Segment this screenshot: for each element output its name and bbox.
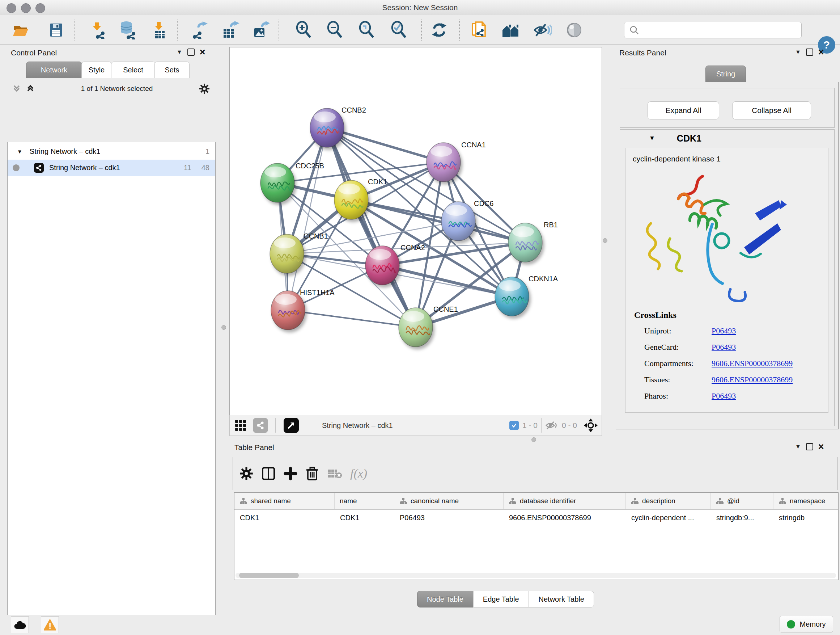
node-HIST1H1A[interactable]: HIST1H1A xyxy=(271,288,335,330)
cdk1-collapse-icon[interactable]: ▼ xyxy=(649,135,655,142)
refresh-icon[interactable] xyxy=(429,20,449,40)
tab-node-table[interactable]: Node Table xyxy=(417,591,473,608)
edge-HIST1H1A-CCNE1[interactable] xyxy=(288,310,416,327)
crosslink-link[interactable]: 9606.ENSP00000378699 xyxy=(712,359,793,368)
import-network-database-icon[interactable] xyxy=(118,20,137,40)
zoom-in-icon[interactable] xyxy=(294,20,314,40)
tab-select[interactable]: Select xyxy=(111,62,155,78)
tab-edge-table[interactable]: Edge Table xyxy=(473,591,529,608)
zoom-fit-icon[interactable] xyxy=(357,20,377,40)
copy-style-icon[interactable] xyxy=(469,20,488,40)
collection-label: String Network – cdk1 xyxy=(30,147,101,156)
cell-@id[interactable]: stringdb:9... xyxy=(711,514,774,522)
network-canvas[interactable]: CCNB2CCNA1CDC25BCDK1CDC6RB1CCNB1CCNA2CDK… xyxy=(229,47,602,416)
column-header-namespace[interactable]: namespace xyxy=(774,493,838,509)
search-input[interactable] xyxy=(624,22,802,38)
cell-name[interactable]: CDK1 xyxy=(335,514,394,522)
grid-view-icon[interactable] xyxy=(235,420,246,431)
edge-CCNB2-HIST1H1A[interactable] xyxy=(288,128,327,310)
column-header-name[interactable]: name xyxy=(335,493,394,509)
table-panel-float-icon[interactable] xyxy=(806,443,813,450)
import-network-file-icon[interactable] xyxy=(88,20,108,40)
node-RB1[interactable]: RB1 xyxy=(508,221,558,262)
results-panel-float-icon[interactable] xyxy=(806,49,813,56)
crosslink-link[interactable]: P06493 xyxy=(712,342,736,352)
memory-button[interactable]: Memory xyxy=(780,616,833,632)
node-CDK1[interactable]: CDK1 xyxy=(334,178,387,219)
table-horizontal-scrollbar[interactable] xyxy=(235,573,836,578)
create-column-plus-icon[interactable] xyxy=(284,467,297,480)
tab-string[interactable]: String xyxy=(706,65,746,82)
results-panel-close-icon[interactable]: × xyxy=(818,49,824,55)
edge-CCNB2-CCNE1[interactable] xyxy=(327,128,416,327)
crosslink-link[interactable]: 9606.ENSP00000378699 xyxy=(712,375,793,385)
node-CCNB2[interactable]: CCNB2 xyxy=(310,106,366,147)
column-header-shared-name[interactable]: shared name xyxy=(234,493,335,509)
network-view-row[interactable]: String Network – cdk1 11 48 xyxy=(8,160,215,176)
collection-expand-icon[interactable]: ▼ xyxy=(17,149,22,155)
cell-shared-name[interactable]: CDK1 xyxy=(234,514,335,522)
import-table-icon[interactable] xyxy=(150,20,169,40)
cloud-button[interactable] xyxy=(11,616,29,633)
export-image-icon[interactable] xyxy=(251,20,271,40)
cdk1-section-header[interactable]: ▼ CDK1 xyxy=(620,130,834,147)
node-table[interactable]: shared namenamecanonical namedatabase id… xyxy=(234,492,838,580)
table-panel-collapse-icon[interactable]: ▼ xyxy=(795,443,801,450)
column-header-@id[interactable]: @id xyxy=(711,493,774,509)
bottom-splitter-handle[interactable] xyxy=(531,437,536,442)
hide-selected-eye-slash-icon[interactable] xyxy=(532,20,552,40)
open-session-icon[interactable] xyxy=(11,20,30,40)
node-CCNA1[interactable]: CCNA1 xyxy=(426,141,486,182)
collapse-all-button[interactable]: Collapse All xyxy=(732,101,811,119)
zoom-out-icon[interactable] xyxy=(325,20,345,40)
column-header-canonical-name[interactable]: canonical name xyxy=(394,493,504,509)
collapse-all-networks-icon[interactable] xyxy=(12,84,21,93)
control-panel-float-icon[interactable] xyxy=(187,49,195,56)
cell-canonical-name[interactable]: P06493 xyxy=(394,514,504,522)
delete-column-trash-icon[interactable] xyxy=(305,466,319,481)
first-neighbors-icon[interactable] xyxy=(501,20,520,40)
column-header-description[interactable]: description xyxy=(626,493,711,509)
search-field[interactable] xyxy=(643,23,801,37)
show-all-eye-icon[interactable] xyxy=(564,20,584,40)
expand-all-networks-icon[interactable] xyxy=(26,84,35,93)
column-header-database-identifier[interactable]: database identifier xyxy=(504,493,626,509)
expand-all-button[interactable]: Expand All xyxy=(647,101,719,119)
table-row[interactable]: CDK1CDK1P064939606.ENSP00000378699cyclin… xyxy=(234,510,838,526)
right-splitter-handle[interactable] xyxy=(603,238,607,243)
zoom-selected-icon[interactable] xyxy=(389,20,409,40)
tab-network[interactable]: Network xyxy=(26,62,82,78)
crosslink-link[interactable]: P06493 xyxy=(712,391,736,401)
cell-database-identifier[interactable]: 9606.ENSP00000378699 xyxy=(504,514,626,522)
show-columns-icon[interactable] xyxy=(261,466,276,481)
tab-sets[interactable]: Sets xyxy=(155,62,189,78)
tab-style[interactable]: Style xyxy=(81,62,112,78)
column-label: namespace xyxy=(790,497,825,505)
scrollbar-thumb[interactable] xyxy=(239,573,299,578)
export-table-icon[interactable] xyxy=(221,20,240,40)
node-CCNE1[interactable]: CCNE1 xyxy=(399,305,458,347)
table-settings-gear-icon[interactable] xyxy=(240,467,253,480)
table-panel-close-icon[interactable]: × xyxy=(818,444,824,450)
export-network-icon[interactable] xyxy=(189,20,209,40)
left-splitter-handle[interactable] xyxy=(221,325,226,330)
network-share-icon[interactable] xyxy=(253,418,268,433)
birdseye-crosshair-icon[interactable] xyxy=(584,418,598,432)
cell-description[interactable]: cyclin-dependent ... xyxy=(626,514,711,522)
warning-button[interactable] xyxy=(41,616,59,633)
crosslink-label: Compartments: xyxy=(644,359,693,368)
network-options-gear-icon[interactable] xyxy=(199,83,210,94)
control-panel-close-icon[interactable]: × xyxy=(200,49,205,55)
control-panel-collapse-icon[interactable]: ▼ xyxy=(177,49,182,55)
network-collection-row[interactable]: ▼ String Network – cdk1 1 xyxy=(8,143,215,160)
save-session-icon[interactable] xyxy=(46,20,66,40)
node-CDC25B[interactable]: CDC25B xyxy=(261,162,324,203)
results-panel-collapse-icon[interactable]: ▼ xyxy=(795,49,801,55)
tab-network-table[interactable]: Network Table xyxy=(529,591,594,608)
crosslink-link[interactable]: P06493 xyxy=(712,326,736,336)
selected-checkbox-icon[interactable] xyxy=(509,421,519,430)
edge-CCNB2-CCNA1[interactable] xyxy=(327,128,444,162)
cell-namespace[interactable]: stringdb xyxy=(774,514,838,522)
open-in-window-icon[interactable] xyxy=(284,418,299,433)
node-CDKN1A[interactable]: CDKN1A xyxy=(495,275,558,316)
